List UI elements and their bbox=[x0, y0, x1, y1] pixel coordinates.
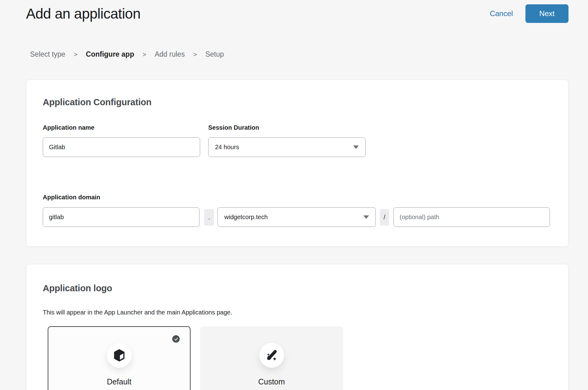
application-logo-description: This will appear in the App Launcher and… bbox=[43, 309, 550, 316]
paintbrush-icon bbox=[265, 349, 278, 362]
application-configuration-card: Application Configuration Application na… bbox=[26, 80, 568, 247]
session-duration-select[interactable]: 24 hours bbox=[208, 137, 366, 157]
logo-option-label: Custom bbox=[201, 377, 342, 386]
default-logo-circle bbox=[107, 343, 132, 368]
check-icon bbox=[174, 337, 178, 341]
application-domain-row: . widgetcorp.tech / bbox=[43, 207, 550, 227]
logo-option-custom[interactable]: Custom bbox=[200, 326, 343, 390]
domain-select[interactable]: widgetcorp.tech bbox=[217, 207, 376, 227]
breadcrumb-step-configure-app[interactable]: Configure app bbox=[86, 50, 134, 58]
custom-logo-circle bbox=[259, 343, 284, 368]
chevron-down-icon bbox=[353, 145, 359, 149]
application-logo-heading: Application logo bbox=[43, 283, 550, 293]
path-input[interactable] bbox=[393, 207, 550, 227]
page-title: Add an application bbox=[26, 5, 141, 22]
breadcrumb-step-select-type[interactable]: Select type bbox=[30, 50, 65, 58]
application-name-input[interactable] bbox=[43, 137, 200, 157]
cancel-button[interactable]: Cancel bbox=[490, 9, 513, 18]
application-configuration-heading: Application Configuration bbox=[43, 97, 550, 107]
add-application-page: Add an application Cancel Next Select ty… bbox=[0, 4, 588, 390]
application-logo-card: Application logo This will appear in the… bbox=[26, 264, 568, 390]
application-name-label: Application name bbox=[43, 124, 200, 131]
header-actions: Cancel Next bbox=[490, 4, 568, 23]
page-header: Add an application Cancel Next bbox=[26, 4, 568, 23]
subdomain-input[interactable] bbox=[43, 207, 200, 227]
session-duration-label: Session Duration bbox=[208, 124, 366, 131]
logo-option-default[interactable]: Default bbox=[48, 326, 191, 390]
session-duration-value: 24 hours bbox=[215, 144, 239, 151]
breadcrumb: Select type > Configure app > Add rules … bbox=[30, 50, 568, 58]
breadcrumb-separator: > bbox=[193, 51, 197, 58]
chevron-down-icon bbox=[363, 215, 369, 219]
session-duration-field-group: Session Duration 24 hours bbox=[208, 124, 366, 157]
logo-option-label: Default bbox=[48, 377, 190, 386]
cube-icon bbox=[113, 349, 125, 362]
breadcrumb-separator: > bbox=[143, 51, 146, 58]
application-domain-label: Application domain bbox=[43, 194, 550, 201]
domain-select-value: widgetcorp.tech bbox=[224, 214, 268, 221]
name-session-row: Application name Session Duration 24 hou… bbox=[43, 124, 550, 157]
next-button[interactable]: Next bbox=[525, 4, 568, 23]
slash-separator: / bbox=[380, 209, 389, 226]
logo-option-tiles: Default Custom bbox=[48, 326, 550, 390]
dot-separator: . bbox=[204, 209, 214, 226]
breadcrumb-separator: > bbox=[74, 51, 77, 58]
application-name-field-group: Application name bbox=[43, 124, 200, 157]
breadcrumb-step-setup[interactable]: Setup bbox=[205, 50, 224, 58]
selected-badge bbox=[172, 335, 180, 343]
breadcrumb-step-add-rules[interactable]: Add rules bbox=[155, 50, 185, 58]
